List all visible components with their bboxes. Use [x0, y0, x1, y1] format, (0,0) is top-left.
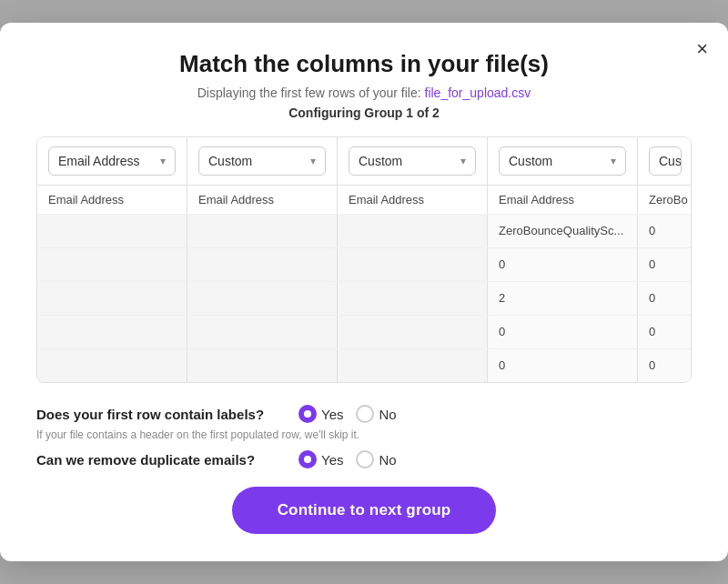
col2-header: Custom ▾ — [187, 137, 338, 185]
modal-dialog: × Match the columns in your file(s) Disp… — [0, 23, 728, 561]
col2-dropdown[interactable]: Custom ▾ — [198, 146, 326, 176]
first-row-yes-radio[interactable] — [298, 405, 317, 423]
col2-label: Email Address — [187, 186, 338, 214]
cell-2-2 — [187, 248, 338, 281]
first-row-labels-radios: Yes No — [298, 405, 397, 423]
column-labels-row: Email Address Email Address Email Addres… — [37, 186, 691, 215]
duplicates-yes-option[interactable]: Yes — [298, 450, 343, 468]
cell-1-5: 0 — [638, 215, 692, 247]
cell-5-3 — [338, 349, 488, 382]
chevron-down-icon: ▾ — [310, 155, 316, 167]
table-row: ZeroBounceQualitySc... 0 — [37, 215, 691, 247]
first-row-labels-option: Does your first row contain labels? Yes … — [36, 405, 692, 423]
cell-4-1 — [37, 316, 187, 348]
cell-4-2 — [187, 316, 338, 348]
col1-header: Email Address ▾ — [37, 137, 187, 185]
first-row-labels-label: Does your first row contain labels? — [36, 407, 282, 422]
col4-dropdown[interactable]: Custom ▾ — [499, 146, 626, 176]
cell-3-2 — [187, 282, 338, 315]
chevron-down-icon: ▾ — [460, 155, 466, 167]
cell-3-3 — [338, 282, 488, 315]
col3-label: Email Address — [338, 186, 488, 214]
first-row-hint: If your file contains a header on the fi… — [36, 428, 692, 441]
group-label: Configuring Group 1 of 2 — [36, 106, 692, 120]
col5-dropdown[interactable]: Custo — [649, 146, 682, 176]
cell-1-2 — [187, 215, 338, 247]
cell-5-1 — [37, 349, 187, 382]
first-row-no-radio[interactable] — [356, 405, 374, 423]
chevron-down-icon: ▾ — [611, 155, 616, 167]
first-row-no-option[interactable]: No — [356, 405, 396, 423]
remove-duplicates-label: Can we remove duplicate emails? — [36, 452, 282, 468]
remove-duplicates-option: Can we remove duplicate emails? Yes No — [36, 450, 692, 468]
table-row: 0 0 — [37, 348, 691, 382]
cell-2-1 — [37, 248, 187, 281]
duplicates-yes-radio[interactable] — [298, 450, 317, 468]
remove-duplicates-radios: Yes No — [298, 450, 397, 468]
cell-4-3 — [338, 316, 488, 348]
modal-subtitle: Displaying the first few rows of your fi… — [36, 86, 692, 100]
modal-overlay: × Match the columns in your file(s) Disp… — [0, 0, 728, 584]
col4-header: Custom ▾ — [488, 137, 638, 185]
col5-label: ZeroBo — [638, 186, 692, 214]
data-rows: ZeroBounceQualitySc... 0 0 0 2 0 — [37, 215, 691, 382]
duplicates-no-option[interactable]: No — [356, 450, 396, 468]
cell-2-5: 0 — [638, 248, 692, 281]
cell-1-3 — [338, 215, 488, 247]
cell-4-4: 0 — [488, 316, 638, 348]
options-section: Does your first row contain labels? Yes … — [36, 405, 692, 468]
table-row: 0 0 — [37, 247, 691, 281]
cell-3-5: 0 — [638, 282, 692, 315]
col1-label: Email Address — [37, 186, 187, 214]
close-button[interactable]: × — [696, 39, 708, 59]
cell-5-4: 0 — [488, 349, 638, 382]
cell-2-3 — [338, 248, 488, 281]
cell-1-1 — [37, 215, 187, 247]
chevron-down-icon: ▾ — [160, 155, 166, 167]
continue-button[interactable]: Continue to next group — [232, 487, 497, 534]
col1-dropdown[interactable]: Email Address ▾ — [48, 146, 176, 176]
cell-5-5: 0 — [638, 349, 692, 382]
cell-4-5: 0 — [638, 316, 692, 348]
col3-header: Custom ▾ — [338, 137, 488, 185]
cell-5-2 — [187, 349, 338, 382]
columns-table: Email Address ▾ Custom ▾ Custom ▾ — [36, 136, 692, 383]
cell-2-4: 0 — [488, 248, 638, 281]
duplicates-no-radio[interactable] — [356, 450, 374, 468]
col4-label: Email Address — [488, 186, 638, 214]
table-row: 0 0 — [37, 315, 691, 348]
modal-title: Match the columns in your file(s) — [36, 50, 692, 78]
cell-3-4: 2 — [488, 282, 638, 315]
col5-header: Custo — [638, 137, 692, 185]
filename-link[interactable]: file_for_upload.csv — [425, 86, 531, 100]
dropdowns-row: Email Address ▾ Custom ▾ Custom ▾ — [37, 137, 691, 186]
first-row-yes-option[interactable]: Yes — [298, 405, 343, 423]
cell-1-4: ZeroBounceQualitySc... — [488, 215, 638, 247]
col3-dropdown[interactable]: Custom ▾ — [349, 146, 476, 176]
cell-3-1 — [37, 282, 187, 315]
table-row: 2 0 — [37, 281, 691, 315]
